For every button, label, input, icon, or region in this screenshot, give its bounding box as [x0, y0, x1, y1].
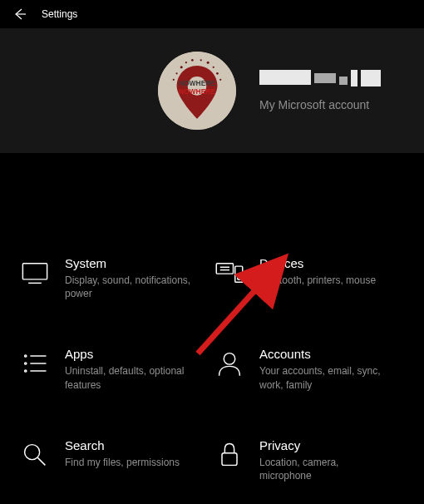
tile-desc: Your accounts, email, sync, work, family — [259, 364, 392, 391]
accounts-icon — [214, 348, 244, 378]
devices-icon — [214, 258, 244, 288]
svg-line-29 — [37, 457, 45, 465]
user-meta: My Microsoft account — [259, 70, 381, 111]
svg-point-21 — [25, 355, 27, 357]
back-button[interactable] — [7, 1, 33, 27]
svg-point-11 — [219, 79, 221, 81]
tile-title: Apps — [65, 347, 198, 361]
svg-rect-30 — [222, 453, 237, 466]
svg-point-9 — [175, 72, 177, 74]
svg-rect-16 — [216, 264, 233, 274]
tile-apps[interactable]: Apps Uninstall, defaults, optional featu… — [20, 347, 210, 391]
tile-title: Search — [65, 438, 180, 452]
svg-point-23 — [25, 363, 27, 364]
arrow-left-icon — [13, 7, 27, 21]
avatar[interactable]: NOWHERE NOWHERE — [158, 52, 236, 130]
microsoft-account-link[interactable]: My Microsoft account — [259, 98, 381, 111]
svg-point-2 — [180, 66, 183, 68]
tile-title: Accounts — [259, 347, 392, 361]
svg-point-7 — [213, 67, 214, 68]
account-header: NOWHERE NOWHERE My Microsoft account — [0, 28, 424, 153]
search-icon — [20, 440, 50, 470]
tile-title: Devices — [259, 256, 376, 270]
svg-point-5 — [200, 59, 202, 61]
tile-title: System — [65, 256, 198, 270]
spacer — [0, 153, 424, 220]
tile-search[interactable]: Search Find my files, permissions — [20, 438, 210, 482]
tile-desc: Uninstall, defaults, optional features — [65, 364, 198, 391]
tile-accounts[interactable]: Accounts Your accounts, email, sync, wor… — [214, 347, 404, 391]
system-icon — [20, 258, 50, 288]
tile-desc: Find my files, permissions — [65, 456, 180, 469]
tile-desc: Display, sound, notifications, power — [65, 274, 198, 300]
apps-icon — [20, 348, 50, 378]
privacy-icon — [214, 440, 244, 470]
settings-tiles: System Display, sound, notifications, po… — [0, 220, 424, 499]
svg-point-25 — [25, 370, 27, 372]
svg-point-6 — [207, 62, 210, 64]
tile-title: Privacy — [259, 438, 392, 452]
avatar-image: NOWHERE NOWHERE — [158, 52, 236, 130]
svg-point-3 — [185, 62, 187, 63]
tile-privacy[interactable]: Privacy Location, camera, microphone — [214, 438, 404, 482]
window-title: Settings — [42, 8, 77, 20]
tile-desc: Bluetooth, printers, mouse — [259, 274, 376, 287]
tile-devices[interactable]: Devices Bluetooth, printers, mouse — [214, 256, 404, 300]
svg-point-27 — [224, 353, 235, 365]
svg-text:NOWHERE: NOWHERE — [179, 87, 216, 96]
svg-point-18 — [238, 277, 240, 279]
user-display-name — [259, 70, 381, 86]
svg-rect-14 — [22, 264, 47, 279]
svg-point-28 — [25, 444, 40, 459]
svg-point-4 — [191, 59, 194, 62]
tile-desc: Location, camera, microphone — [259, 456, 392, 482]
tile-system[interactable]: System Display, sound, notifications, po… — [20, 256, 210, 300]
titlebar: Settings — [0, 0, 424, 28]
svg-point-10 — [173, 79, 175, 81]
svg-point-8 — [216, 72, 219, 75]
